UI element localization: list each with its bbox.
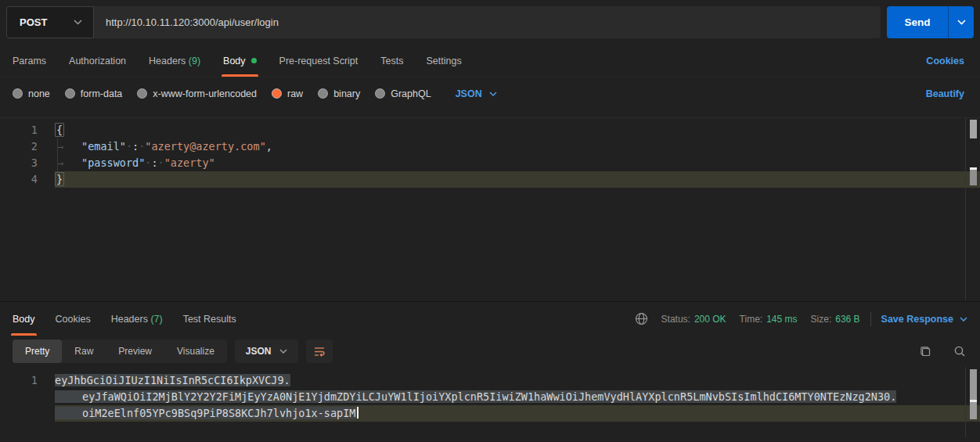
size-label: Size:	[811, 314, 832, 325]
view-visualize[interactable]: Visualize	[164, 340, 227, 363]
response-tab-headers[interactable]: Headers (7)	[111, 302, 163, 336]
beautify-link[interactable]: Beautify	[926, 77, 964, 110]
chevron-down-icon	[74, 20, 82, 25]
response-toolbar: Pretty Raw Preview Visualize JSON	[0, 336, 980, 367]
radio-label: none	[28, 88, 50, 99]
tab-label: Body	[13, 314, 35, 325]
radio-icon	[318, 88, 328, 99]
editor-line-4-current: 4 }	[0, 171, 980, 188]
tab-label: Settings	[426, 56, 461, 66]
response-tab-test-results[interactable]: Test Results	[183, 302, 236, 336]
word-wrap-button[interactable]	[306, 340, 333, 363]
editor-line-3: 3 →"password"·:·"azerty"	[0, 155, 980, 171]
status-value: 200 OK	[694, 314, 726, 325]
radio-selected-icon	[272, 88, 282, 99]
divider	[870, 312, 871, 326]
request-url-bar: POST Send	[6, 6, 974, 38]
size-value: 636 B	[835, 314, 859, 325]
radio-form-data[interactable]: form-data	[65, 88, 123, 99]
json-key: "email"	[81, 140, 126, 153]
tab-label: Authorization	[69, 56, 126, 66]
response-tab-cookies[interactable]: Cookies	[56, 302, 91, 336]
response-row-3: oiM2eElnf05YPc9BSq9PiP8S8KCJh7lvhjo1x-sa…	[0, 405, 980, 422]
open-brace: {	[55, 123, 64, 137]
json-value: "azerty"	[164, 156, 215, 169]
tab-arrow-icon: →	[55, 138, 81, 155]
headers-count: (7)	[148, 314, 163, 325]
headers-count: (9)	[186, 56, 200, 66]
time-label: Time:	[740, 314, 763, 325]
active-tab-underline	[222, 74, 258, 77]
radio-none[interactable]: none	[13, 88, 50, 99]
current-line-highlight: oiM2eElnf05YPc9BSq9PiP8S8KCJh7lvhjo1x-sa…	[55, 405, 980, 422]
view-mode-tabs: Pretty Raw Preview Visualize	[13, 340, 227, 363]
editor-scrollbar[interactable]	[965, 118, 980, 300]
language-label: JSON	[456, 88, 482, 99]
language-label: JSON	[246, 346, 272, 357]
tab-params[interactable]: Params	[13, 45, 46, 77]
tab-label: Body	[223, 56, 246, 66]
radio-icon	[137, 88, 147, 99]
raw-language-select[interactable]: JSON	[456, 88, 497, 99]
cookies-link[interactable]: Cookies	[926, 45, 964, 77]
url-input[interactable]	[94, 6, 881, 38]
tab-pre-request-script[interactable]: Pre-request Script	[279, 45, 358, 77]
save-response-button[interactable]: Save Response	[881, 314, 967, 325]
line-number: 1	[0, 372, 55, 389]
line-number: 1	[0, 122, 55, 138]
tab-label: Tests	[380, 56, 403, 66]
radio-binary[interactable]: binary	[318, 88, 360, 99]
tab-headers[interactable]: Headers (9)	[149, 45, 200, 77]
tab-label: Pre-request Script	[279, 56, 358, 66]
tab-label: Headers (7)	[111, 314, 163, 325]
chevron-down-icon	[279, 349, 287, 354]
response-tab-body[interactable]: Body	[13, 302, 35, 336]
view-raw[interactable]: Raw	[62, 340, 106, 363]
send-label: Send	[904, 16, 930, 28]
radio-raw[interactable]: raw	[272, 88, 303, 99]
tab-label: Params	[13, 56, 46, 66]
radio-x-www-form-urlencoded[interactable]: x-www-form-urlencoded	[137, 88, 257, 99]
send-button[interactable]: Send	[887, 6, 948, 38]
json-key: "password"	[81, 156, 145, 169]
tab-arrow-icon: →	[55, 155, 81, 171]
radio-label: binary	[333, 88, 360, 99]
radio-icon	[13, 88, 23, 99]
method-label: POST	[20, 16, 47, 28]
scrollbar-thumb[interactable]	[970, 170, 977, 185]
tab-label: Test Results	[183, 314, 236, 325]
response-row-1: 1 eyJhbGciOiJIUzI1NiIsInR5cCI6IkpXVCJ9.	[0, 372, 980, 389]
search-icon[interactable]	[953, 345, 966, 358]
radio-icon	[65, 88, 75, 99]
text-cursor	[357, 407, 358, 419]
response-language-select[interactable]: JSON	[235, 340, 298, 363]
radio-label: raw	[287, 88, 303, 99]
line-number: 2	[0, 138, 55, 155]
request-body-editor[interactable]: 1 { 2 →"email"·:·"azerty@azerty.com", 3 …	[0, 117, 980, 300]
method-select[interactable]: POST	[6, 6, 94, 38]
radio-icon	[375, 88, 385, 99]
copy-icon[interactable]	[919, 345, 931, 358]
editor-line-1: 1 {	[0, 122, 980, 138]
tab-label: Cookies	[56, 314, 91, 325]
line-number: 4	[0, 171, 55, 188]
radio-label: form-data	[81, 88, 123, 99]
scrollbar-thumb[interactable]	[970, 369, 977, 419]
tab-body[interactable]: Body	[223, 45, 257, 77]
view-pretty[interactable]: Pretty	[13, 340, 62, 363]
tab-label: Headers (9)	[149, 56, 200, 66]
view-preview[interactable]: Preview	[106, 340, 164, 363]
radio-graphql[interactable]: GraphQL	[375, 88, 431, 99]
response-scrollbar[interactable]	[965, 367, 980, 437]
scrollbar-thumb[interactable]	[970, 120, 977, 138]
json-value: "azerty@azerty.com"	[145, 140, 265, 153]
send-options-button[interactable]	[948, 6, 974, 38]
response-body-editor[interactable]: 1 eyJhbGciOiJIUzI1NiIsInR5cCI6IkpXVCJ9. …	[0, 367, 980, 437]
response-section: Body Cookies Headers (7) Test Results St…	[0, 301, 980, 442]
tab-settings[interactable]: Settings	[426, 45, 461, 77]
request-tabs: Params Authorization Headers (9) Body Pr…	[0, 45, 980, 77]
tab-authorization[interactable]: Authorization	[69, 45, 126, 77]
send-button-group: Send	[887, 6, 974, 38]
tab-tests[interactable]: Tests	[380, 45, 403, 77]
response-row-2: eyJfaWQiOiI2MjBlY2Y2Y2FiMjEyYzA0NjE1Yjdm…	[0, 389, 980, 405]
